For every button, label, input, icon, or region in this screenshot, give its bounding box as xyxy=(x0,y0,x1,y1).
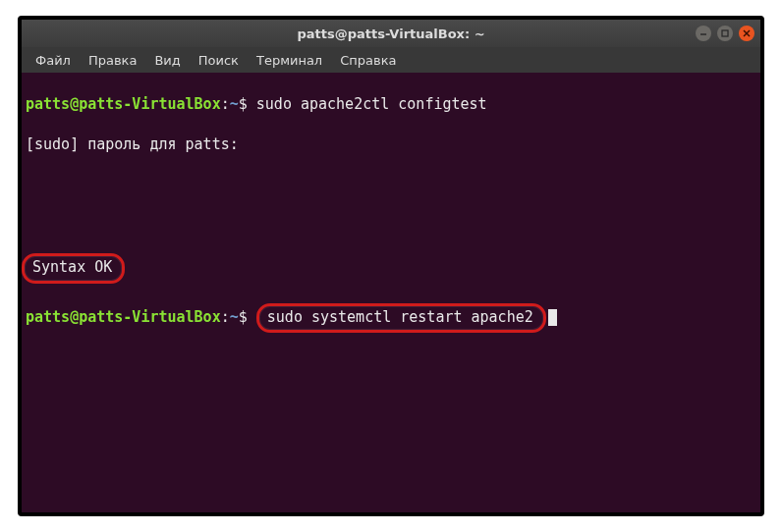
prompt-user-host: patts@patts-VirtualBox xyxy=(26,308,221,326)
cursor-icon xyxy=(548,309,557,326)
menu-help[interactable]: Справка xyxy=(332,50,404,71)
blank-line xyxy=(26,174,756,193)
prompt-colon: : xyxy=(221,308,230,326)
prompt-symbol: $ xyxy=(239,308,248,326)
minimize-icon[interactable] xyxy=(696,26,711,41)
svg-rect-1 xyxy=(722,30,728,36)
titlebar: patts@patts-VirtualBox: ~ xyxy=(22,20,760,47)
window-title: patts@patts-VirtualBox: ~ xyxy=(297,27,484,41)
close-icon[interactable] xyxy=(739,26,754,41)
terminal-body[interactable]: patts@patts-VirtualBox:~$ sudo apache2ct… xyxy=(22,73,760,512)
menubar: Файл Правка Вид Поиск Терминал Справка xyxy=(22,47,760,73)
terminal-window: patts@patts-VirtualBox: ~ Файл Правка Ви… xyxy=(18,16,764,516)
highlight-syntax-ok: Syntax OK xyxy=(22,253,125,283)
menu-edit[interactable]: Правка xyxy=(81,50,144,71)
highlight-command: sudo systemctl restart apache2 xyxy=(256,303,546,333)
syntax-ok-text: Syntax OK xyxy=(32,258,112,276)
maximize-icon[interactable] xyxy=(717,26,733,41)
prompt-path: ~ xyxy=(230,95,239,113)
prompt-path: ~ xyxy=(230,308,239,326)
menu-search[interactable]: Поиск xyxy=(191,50,247,71)
sudo-password-prompt: [sudo] пароль для patts: xyxy=(26,134,756,154)
prompt-user-host: patts@patts-VirtualBox xyxy=(26,95,221,113)
prompt-colon: : xyxy=(221,95,230,113)
command-1: sudo apache2ctl configtest xyxy=(248,95,487,113)
window-controls xyxy=(696,26,754,41)
command-2: sudo systemctl restart apache2 xyxy=(267,308,533,326)
menu-file[interactable]: Файл xyxy=(28,50,79,71)
menu-view[interactable]: Вид xyxy=(146,50,188,71)
menu-terminal[interactable]: Терминал xyxy=(249,50,330,71)
blank-line xyxy=(26,214,756,234)
prompt-symbol: $ xyxy=(239,95,248,113)
